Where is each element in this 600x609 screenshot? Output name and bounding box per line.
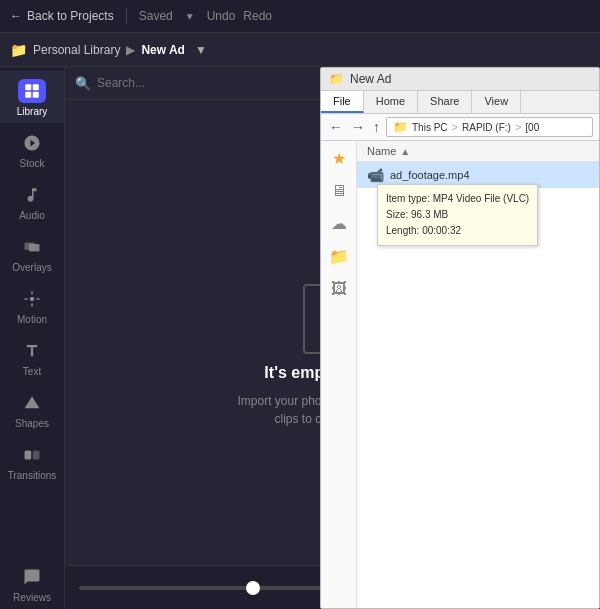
svg-rect-8 [25,451,32,460]
sidebar-stock-label: Stock [19,158,44,169]
sidebar-audio-label: Audio [19,210,45,221]
svg-rect-0 [25,84,31,90]
reviews-icon [18,565,46,589]
redo-button[interactable]: Redo [243,9,272,23]
fe-monitor-icon[interactable]: 🖼 [331,280,347,298]
sidebar-motion-label: Motion [17,314,47,325]
breadcrumb-chevron: ▶ [126,43,135,57]
sidebar-reviews-label: Reviews [13,592,51,603]
fe-file-item[interactable]: 📹 ad_footage.mp4 Item type: MP4 Video Fi… [357,162,599,188]
fe-tabs: File Home Share View [321,91,599,114]
sidebar-transitions-label: Transitions [8,470,57,481]
back-label: Back to Projects [27,9,114,23]
fe-col-name: Name [367,145,396,157]
sidebar-item-text[interactable]: Text [0,331,64,383]
svg-rect-3 [33,92,39,98]
sidebar-item-transitions[interactable]: Transitions [0,435,64,487]
fe-col-header: Name ▲ [357,141,599,162]
transitions-icon [18,443,46,467]
sidebar-overlays-label: Overlays [12,262,51,273]
slider-thumb[interactable] [246,581,260,595]
breadcrumb-current: New Ad [141,43,185,57]
fe-title-folder-icon: 📁 [329,72,344,86]
sidebar-item-shapes[interactable]: Shapes [0,383,64,435]
shapes-icon [18,391,46,415]
fe-path-sep2: > [515,121,521,133]
svg-marker-7 [25,396,40,408]
fe-file-type-icon: 📹 [367,167,384,183]
fe-left-panel: ★ 🖥 ☁ 📁 🖼 [321,141,357,608]
content-area: 🔍 ▿ ⇳ ‹ Back It's empty in here! Import … [65,67,600,609]
fe-right-panel: Name ▲ 📹 ad_footage.mp4 Item type: MP4 V… [357,141,599,608]
svg-rect-2 [25,92,31,98]
fe-nav-bar: ← → ↑ 📁 This PC > RAPID (F:) > [00 [321,114,599,141]
fe-file-tooltip: Item type: MP4 Video File (VLC) Size: 96… [377,184,538,246]
breadcrumb-bar: 📁 Personal Library ▶ New Ad ▼ [0,33,600,67]
fe-path-part1: This PC [412,122,448,133]
fe-tab-view[interactable]: View [472,91,521,113]
tooltip-length: Length: 00:00:32 [386,223,529,239]
fe-title-bar: 📁 New Ad [321,68,599,91]
motion-icon [18,287,46,311]
breadcrumb-caret[interactable]: ▼ [195,43,207,57]
sidebar-item-library[interactable]: Library [0,71,64,123]
fe-body: ★ 🖥 ☁ 📁 🖼 Name ▲ 📹 ad_footage.mp4 [321,141,599,608]
tooltip-size: Size: 96.3 MB [386,207,529,223]
folder-icon: 📁 [10,42,27,58]
back-arrow-icon: ← [10,9,22,23]
svg-rect-5 [29,244,40,252]
stock-icon [18,131,46,155]
fe-cloud-icon[interactable]: ☁ [331,214,347,233]
fe-path-sep1: > [452,121,458,133]
fe-computer-icon[interactable]: 🖥 [331,182,347,200]
separator [126,8,127,24]
undo-button[interactable]: Undo [207,9,236,23]
fe-path-bar: 📁 This PC > RAPID (F:) > [00 [386,117,593,137]
fe-path-part3: [00 [525,122,539,133]
fe-sort-icon[interactable]: ▲ [400,146,410,157]
fe-path-part2: RAPID (F:) [462,122,511,133]
breadcrumb-root[interactable]: Personal Library [33,43,120,57]
saved-label: Saved [139,9,173,23]
search-icon: 🔍 [75,76,91,91]
sidebar-item-stock[interactable]: Stock [0,123,64,175]
text-icon [18,339,46,363]
sidebar-library-label: Library [17,106,48,117]
svg-rect-9 [33,451,40,460]
saved-dropdown-icon[interactable]: ▼ [185,11,195,22]
top-bar: ← Back to Projects Saved ▼ Undo Redo [0,0,600,33]
main-layout: Library Stock Audio Overlays [0,67,600,609]
left-sidebar: Library Stock Audio Overlays [0,67,65,609]
back-button[interactable]: ← Back to Projects [10,9,114,23]
sidebar-item-overlays[interactable]: Overlays [0,227,64,279]
fe-file-name: ad_footage.mp4 [390,169,470,181]
file-explorer-panel: 📁 New Ad File Home Share View ← → ↑ 📁 Th… [320,67,600,609]
sidebar-item-motion[interactable]: Motion [0,279,64,331]
library-icon [18,79,46,103]
sidebar-shapes-label: Shapes [15,418,49,429]
fe-back-btn[interactable]: ← [327,119,345,135]
fe-forward-btn[interactable]: → [349,119,367,135]
tooltip-type: Item type: MP4 Video File (VLC) [386,191,529,207]
fe-tab-share[interactable]: Share [418,91,472,113]
fe-folder-icon[interactable]: 📁 [329,247,349,266]
fe-star-icon[interactable]: ★ [332,149,346,168]
svg-rect-1 [33,84,39,90]
fe-tab-home[interactable]: Home [364,91,418,113]
sidebar-item-reviews[interactable]: Reviews [0,557,64,609]
sidebar-text-label: Text [23,366,41,377]
overlays-icon [18,235,46,259]
audio-icon [18,183,46,207]
fe-tab-file[interactable]: File [321,91,364,113]
fe-path-folder-icon: 📁 [393,120,408,134]
sidebar-item-audio[interactable]: Audio [0,175,64,227]
fe-up-btn[interactable]: ↑ [371,119,382,135]
svg-point-6 [30,297,35,302]
fe-title: New Ad [350,72,391,86]
undo-redo-group: Undo Redo [207,9,272,23]
